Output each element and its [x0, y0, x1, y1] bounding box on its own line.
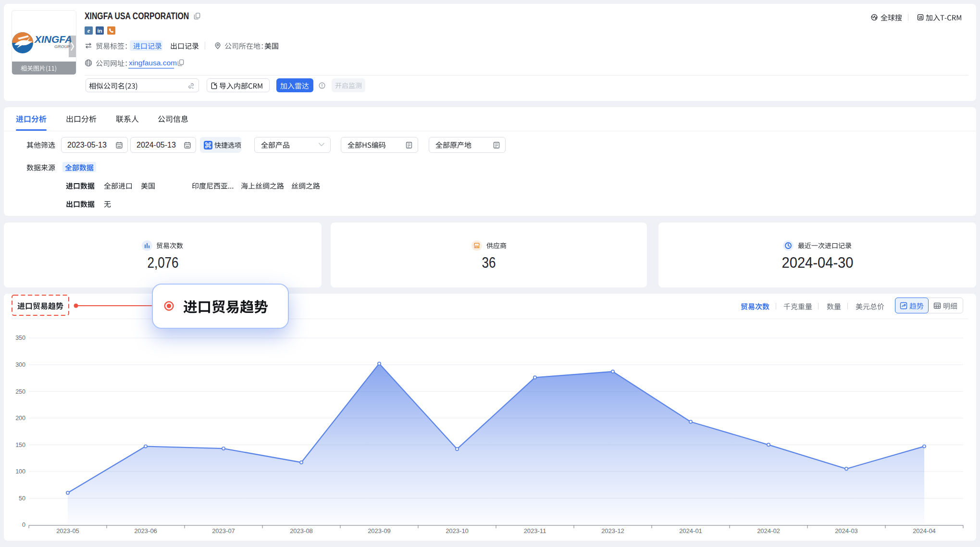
svg-text:2023-12: 2023-12	[601, 527, 624, 535]
svg-text:200: 200	[15, 415, 25, 422]
svg-text:300: 300	[15, 361, 25, 368]
svg-text:XINGFA: XINGFA	[34, 34, 72, 45]
svg-text:2024-01: 2024-01	[679, 527, 702, 535]
svg-text:350: 350	[15, 335, 25, 341]
svg-text:2023-06: 2023-06	[134, 527, 157, 535]
svg-text:2023-07: 2023-07	[212, 527, 235, 535]
svg-text:2024-03: 2024-03	[835, 527, 858, 535]
svg-text:2023-11: 2023-11	[524, 527, 546, 535]
svg-text:in: in	[98, 28, 102, 34]
svg-text:2024-02: 2024-02	[757, 527, 780, 535]
svg-text:GROUP: GROUP	[54, 44, 71, 49]
svg-text:e: e	[87, 27, 90, 34]
svg-text:50: 50	[19, 495, 25, 502]
svg-text:2023-08: 2023-08	[290, 527, 313, 535]
svg-text:150: 150	[15, 442, 25, 448]
svg-text:250: 250	[15, 388, 25, 395]
svg-text:2023-09: 2023-09	[368, 527, 391, 535]
svg-text:0: 0	[22, 522, 25, 528]
svg-text:2023-10: 2023-10	[446, 527, 469, 535]
svg-text:2023-05: 2023-05	[56, 527, 79, 535]
svg-text:2024-04: 2024-04	[913, 527, 936, 535]
svg-text:100: 100	[15, 468, 25, 475]
